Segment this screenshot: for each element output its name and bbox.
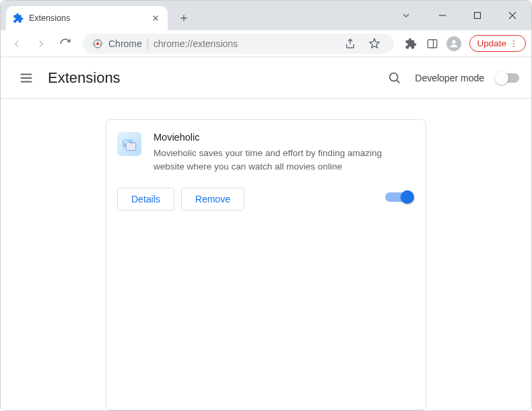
details-button[interactable]: Details [117,188,174,211]
window-controls [428,1,527,30]
browser-toolbar: Chrome chrome://extensions Update [1,30,531,57]
svg-point-2 [96,42,99,45]
toolbar-actions: Update [401,34,526,54]
toggle-knob [401,190,414,204]
profile-icon[interactable] [444,34,464,54]
puzzle-icon [13,13,24,24]
search-icon[interactable] [387,70,403,86]
titlebar: Extensions [1,1,531,30]
update-button[interactable]: Update [469,35,526,52]
sidepanel-icon[interactable] [422,34,442,54]
omnibox-url: chrome://extensions [154,38,335,49]
forward-button[interactable] [30,33,52,54]
extension-name: Movieholic [154,132,412,143]
extensions-icon[interactable] [401,34,421,54]
extension-card: Movieholic Movieholic saves your time an… [106,119,426,410]
maximize-button[interactable] [463,1,492,30]
extension-icon [117,132,141,156]
share-icon[interactable] [340,34,360,54]
browser-tab[interactable]: Extensions [6,6,168,30]
back-button[interactable] [6,33,28,54]
minimize-button[interactable] [428,1,457,30]
bookmark-icon[interactable] [364,34,385,54]
svg-rect-0 [475,13,481,19]
tab-title: Extensions [29,13,150,23]
page-title: Extensions [48,69,387,87]
developer-mode-toggle[interactable] [496,73,519,83]
divider [147,38,148,49]
svg-point-4 [453,40,456,43]
update-label: Update [477,38,506,48]
extension-description: Movieholic saves your time and effort by… [154,147,412,174]
omnibox-chip: Chrome [108,38,142,49]
extension-toggle[interactable] [385,192,412,206]
close-button[interactable] [498,1,527,30]
menu-icon[interactable] [13,65,40,91]
address-bar[interactable]: Chrome chrome://extensions [83,34,394,54]
svg-point-5 [513,40,514,42]
developer-mode-label: Developer mode [415,73,484,83]
toggle-knob [495,71,508,85]
extensions-header: Extensions Developer mode [1,57,531,99]
remove-button[interactable]: Remove [181,188,244,211]
new-tab-button[interactable] [174,9,193,28]
svg-point-7 [513,46,514,47]
browser-window: Extensions Chrome chrome://extensio [0,0,532,411]
content-area: Movieholic Movieholic saves your time an… [1,99,531,410]
svg-rect-3 [428,40,438,48]
close-tab-icon[interactable] [150,13,161,24]
svg-rect-11 [124,141,127,141]
svg-point-6 [513,43,514,44]
reload-button[interactable] [55,33,76,54]
svg-rect-12 [124,143,129,143]
svg-rect-10 [126,143,136,150]
tab-search-icon[interactable] [401,10,411,24]
site-info-icon[interactable] [92,38,103,49]
svg-point-8 [390,73,398,81]
